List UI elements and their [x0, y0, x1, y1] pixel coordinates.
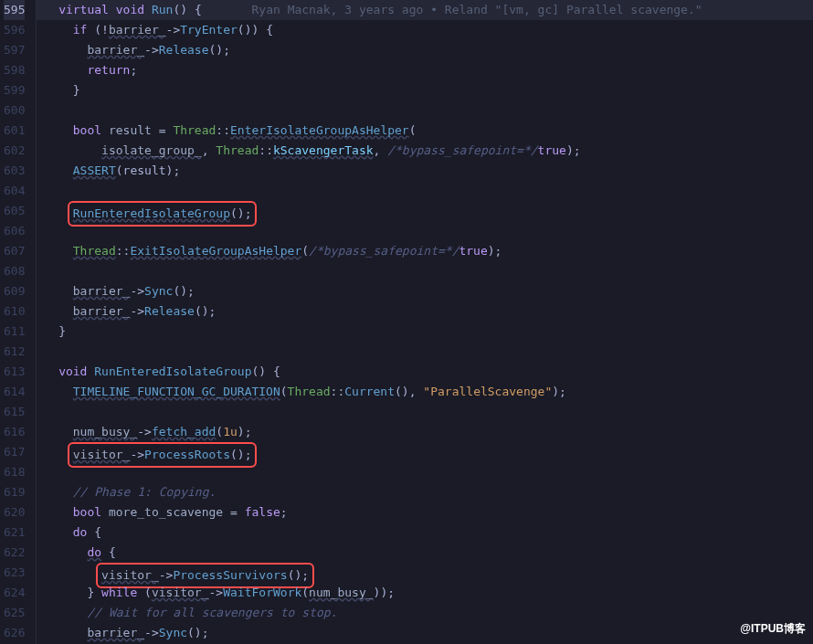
code-line: visitor_->ProcessSurvivors(); — [44, 563, 813, 583]
code-line: // Phase 1: Copying. — [44, 482, 813, 502]
code-line: isolate_group_, Thread::kScavengerTask, … — [44, 141, 813, 161]
line-number: 617 — [4, 442, 25, 462]
code-line: virtual void Run() { Ryan Macnak, 3 year… — [44, 0, 813, 20]
highlight-box: visitor_->ProcessSurvivors(); — [96, 563, 314, 588]
code-line: ASSERT(result); — [44, 161, 813, 181]
line-number: 595 — [4, 0, 25, 20]
line-number: 608 — [4, 261, 25, 281]
code-line — [44, 342, 813, 362]
line-number: 616 — [4, 422, 25, 442]
code-line: do { — [44, 543, 813, 563]
code-line: barrier_->Release(); — [44, 40, 813, 60]
line-number: 615 — [4, 402, 25, 422]
code-line: bool more_to_scavenge = false; — [44, 502, 813, 523]
code-area[interactable]: virtual void Run() { Ryan Macnak, 3 year… — [36, 0, 813, 644]
code-line: visitor_->ProcessRoots(); — [44, 442, 813, 462]
code-line: } — [44, 322, 813, 342]
line-number: 625 — [4, 603, 25, 623]
code-line — [44, 181, 813, 201]
line-number: 600 — [4, 100, 25, 121]
code-line: void RunEnteredIsolateGroup() { — [44, 362, 813, 382]
line-number: 620 — [4, 502, 25, 523]
line-number: 613 — [4, 362, 25, 382]
code-line: } while (visitor_->WaitForWork(num_busy_… — [44, 583, 813, 603]
code-line: num_busy_->fetch_add(1u); — [44, 422, 813, 442]
code-line — [44, 402, 813, 422]
line-number: 611 — [4, 322, 25, 342]
line-number: 624 — [4, 583, 25, 603]
code-line — [44, 261, 813, 281]
line-number: 612 — [4, 342, 25, 362]
code-line: bool result = Thread::EnterIsolateGroupA… — [44, 121, 813, 141]
code-line: if (!barrier_->TryEnter()) { — [44, 20, 813, 40]
line-number: 609 — [4, 281, 25, 301]
watermark: @ITPUB博客 — [740, 618, 806, 639]
line-number: 614 — [4, 382, 25, 402]
code-editor[interactable]: 5955965975985996006016026036046056066076… — [0, 0, 813, 644]
code-line: do { — [44, 523, 813, 543]
line-number: 601 — [4, 121, 25, 141]
line-number: 619 — [4, 482, 25, 502]
line-number: 599 — [4, 80, 25, 100]
code-line: } — [44, 80, 813, 100]
line-number: 604 — [4, 181, 25, 201]
code-line — [44, 100, 813, 121]
code-line: barrier_->Sync(); — [44, 281, 813, 301]
line-number: 621 — [4, 523, 25, 543]
line-number: 605 — [4, 201, 25, 221]
code-line: barrier_->Release(); — [44, 301, 813, 322]
code-line: return; — [44, 60, 813, 80]
code-line: // Wait for all scavengers to stop. — [44, 603, 813, 623]
line-number: 606 — [4, 221, 25, 241]
line-number-gutter: 5955965975985996006016026036046056066076… — [0, 0, 36, 644]
line-number: 618 — [4, 462, 25, 482]
line-number: 623 — [4, 563, 25, 583]
highlight-box: visitor_->ProcessRoots(); — [68, 442, 258, 468]
highlight-box: RunEnteredIsolateGroup(); — [68, 201, 258, 227]
line-number: 622 — [4, 543, 25, 563]
line-number: 602 — [4, 141, 25, 161]
code-line: barrier_->Sync(); — [44, 623, 813, 643]
line-number: 598 — [4, 60, 25, 80]
line-number: 596 — [4, 20, 25, 40]
line-number: 607 — [4, 241, 25, 261]
code-line: TIMELINE_FUNCTION_GC_DURATION(Thread::Cu… — [44, 382, 813, 402]
line-number: 603 — [4, 161, 25, 181]
code-line: RunEnteredIsolateGroup(); — [44, 201, 813, 221]
line-number: 610 — [4, 301, 25, 322]
line-number: 626 — [4, 623, 25, 643]
git-blame: Ryan Macnak, 3 years ago • Reland "[vm, … — [252, 3, 702, 16]
code-line: Thread::ExitIsolateGroupAsHelper(/*bypas… — [44, 241, 813, 261]
line-number: 597 — [4, 40, 25, 60]
